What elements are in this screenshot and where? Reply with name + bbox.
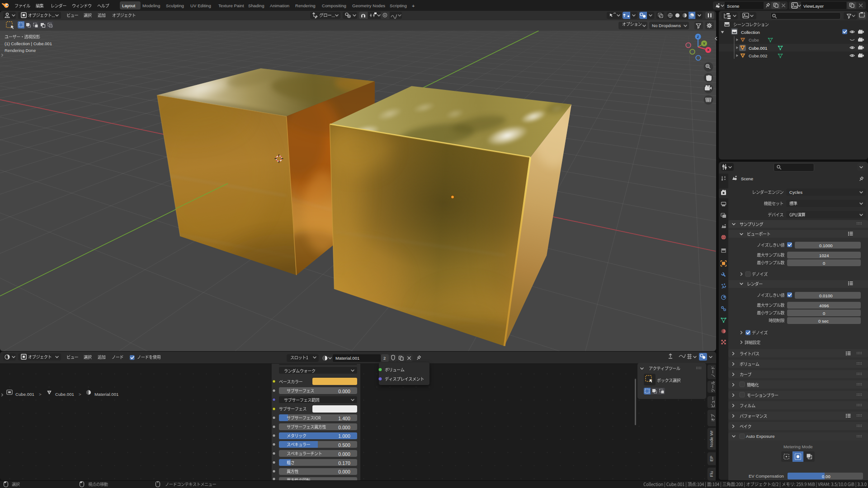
svg-text:Collection: Collection — [741, 30, 760, 35]
svg-text:Flu: Flu — [709, 471, 714, 477]
svg-text:Y: Y — [703, 42, 706, 46]
svg-text:X: X — [707, 48, 710, 52]
svg-text:(1) Collection | Cube.001: (1) Collection | Cube.001 — [5, 41, 52, 46]
svg-text:Scene: Scene — [741, 176, 753, 181]
svg-text:Node Wr: Node Wr — [709, 430, 714, 447]
svg-text:Cube.002: Cube.002 — [749, 53, 767, 58]
svg-text:Cube.001: Cube.001 — [749, 46, 767, 51]
svg-text:EP: EP — [709, 456, 714, 462]
svg-text:Cube: Cube — [749, 38, 759, 42]
svg-text:Z: Z — [697, 35, 699, 39]
svg-text:Rendering Done: Rendering Done — [5, 48, 36, 53]
